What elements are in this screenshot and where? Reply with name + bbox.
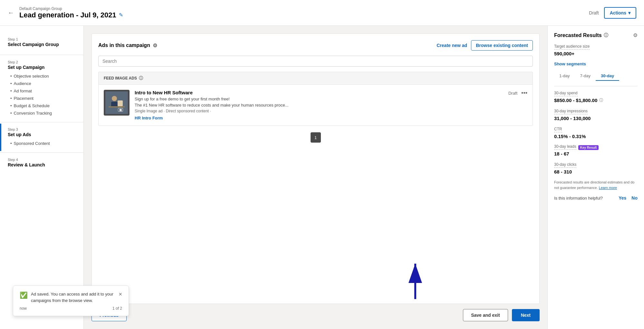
toast-footer: now 1 of 2 — [20, 306, 122, 311]
forecasted-note: Forecasted results are directional estim… — [554, 180, 638, 190]
clicks-metric: 30-day clicks 68 - 310 — [554, 162, 638, 174]
step4-label: Step 4 — [8, 158, 76, 162]
ad-more-button[interactable]: ••• — [521, 90, 527, 97]
actions-button[interactable]: Actions ▾ — [604, 7, 636, 19]
feed-image-ads-label: FEED IMAGE ADS — [104, 76, 137, 80]
ads-panel-header: Ads in this campaign ⚙ Create new ad Bro… — [98, 40, 533, 51]
back-icon: ← — [8, 9, 14, 16]
step1-title: Select Campaign Group — [8, 42, 76, 47]
forecasted-title: Forecasted Results ⓘ — [554, 33, 608, 38]
ad-thumbnail-image: ⬜ — [105, 91, 128, 114]
step2-item-conversion[interactable]: Conversion Tracking — [10, 109, 76, 117]
header-titles: Default Campaign Group Lead generation -… — [19, 6, 123, 19]
help-icon[interactable]: ⓘ — [139, 75, 143, 81]
helpful-buttons: Yes No — [619, 195, 638, 201]
step2-item-audience[interactable]: Audience — [10, 80, 76, 87]
impressions-value: 31,000 - 130,000 — [554, 116, 638, 121]
ad-item: ⬜ Intro to New HR Software Sign up for a… — [98, 84, 533, 126]
campaign-name: Lead generation - Jul 9, 2021 — [19, 11, 116, 19]
clicks-value: 68 - 310 — [554, 169, 638, 174]
header-left: ← Default Campaign Group Lead generation… — [8, 6, 123, 19]
edit-icon[interactable]: ✎ — [119, 12, 123, 18]
save-exit-button[interactable]: Save and exit — [463, 309, 508, 321]
next-button[interactable]: Next — [512, 309, 540, 321]
spend-metric: 30-day spend $850.00 - $1,800.00 ⓘ — [554, 90, 638, 103]
toast-content: Ad saved. You can access and add it to y… — [31, 291, 115, 304]
ad-form-link[interactable]: HR Intro Form — [135, 116, 163, 120]
right-actions: Save and exit Next — [463, 309, 540, 321]
step2-item-placement[interactable]: Placement — [10, 95, 76, 102]
ctr-metric: CTR 0.15% - 0.31% — [554, 126, 638, 139]
helpful-question: Is this information helpful? — [554, 196, 603, 201]
toast-timestamp: now — [20, 306, 27, 311]
leads-value: 18 - 67 — [554, 151, 638, 156]
step2-item-objective[interactable]: Objective selection — [10, 72, 76, 80]
target-audience-metric: Target audience size 590,000+ — [554, 43, 638, 56]
ad-description: Sign up for a free demo to get your firs… — [135, 97, 503, 101]
helpful-row: Is this information helpful? Yes No — [554, 195, 638, 201]
forecasted-note-text: Forecasted results are directional estim… — [554, 180, 634, 190]
campaign-group-label: Default Campaign Group — [19, 6, 123, 11]
step2-items: Objective selection Audience Ad format P… — [10, 72, 76, 117]
browse-existing-button[interactable]: Browse existing content — [471, 40, 533, 51]
leads-metric: 30-day leads Key Result 18 - 67 — [554, 144, 638, 156]
ad-status-area: Draft ••• — [508, 90, 527, 97]
spend-label: 30-day spend — [554, 91, 578, 96]
ads-panel-title: Ads in this campaign ⚙ — [98, 42, 157, 49]
back-button[interactable]: ← — [8, 9, 14, 16]
step2-item-budget[interactable]: Budget & Schedule — [10, 102, 76, 109]
page-1-button[interactable]: 1 — [311, 132, 321, 143]
header-title-row: Lead generation - Jul 9, 2021 ✎ — [19, 11, 123, 19]
day-tabs: 1-day 7-day 30-day — [554, 71, 638, 81]
impressions-label: 30-day impressions — [554, 109, 588, 114]
ad-content: Intro to New HR Software Sign up for a f… — [135, 90, 503, 120]
content-area: Ads in this campaign ⚙ Create new ad Bro… — [84, 26, 547, 329]
spend-info-icon[interactable]: ⓘ — [599, 98, 603, 103]
clicks-label: 30-day clicks — [554, 162, 576, 168]
ctr-label: CTR — [554, 127, 562, 132]
step4-title: Review & Launch — [8, 162, 76, 167]
leads-label: 30-day leads — [554, 144, 576, 150]
toast-notification: ✅ Ad saved. You can access and add it to… — [13, 286, 129, 316]
svg-rect-4 — [118, 100, 123, 106]
tab-30-day[interactable]: 30-day — [596, 71, 619, 81]
show-segments-button[interactable]: Show segments — [554, 61, 586, 66]
tab-7-day[interactable]: 7-day — [575, 71, 596, 81]
step2-item-adformat[interactable]: Ad format — [10, 87, 76, 95]
toast-message: Ad saved. You can access and add it to y… — [31, 291, 115, 304]
step3-label: Step 3 — [8, 127, 76, 131]
bottom-actions: Previous Save and exit Next — [91, 309, 540, 321]
settings-icon[interactable]: ⚙ — [153, 42, 157, 49]
svg-point-1 — [112, 96, 117, 101]
step3-items: Sponsored Content — [10, 140, 76, 147]
ad-thumbnail: ⬜ — [104, 90, 130, 116]
step1-section: Step 1 Select Campaign Group — [0, 33, 83, 53]
search-input[interactable] — [98, 56, 533, 67]
step3-item-sponsored[interactable]: Sponsored Content — [10, 140, 76, 147]
chevron-down-icon: ▾ — [628, 10, 630, 15]
leads-label-row: 30-day leads Key Result — [554, 144, 638, 151]
helpful-no-button[interactable]: No — [631, 195, 638, 201]
toast-close-button[interactable]: × — [119, 291, 122, 298]
helpful-yes-button[interactable]: Yes — [619, 195, 626, 201]
forecasted-panel: Forecasted Results ⓘ ⚙ Target audience s… — [547, 26, 644, 329]
ad-description2: The #1 New HR software to reduce costs a… — [135, 103, 503, 108]
forecasted-header: Forecasted Results ⓘ ⚙ — [554, 32, 638, 38]
step3-title: Set up Ads — [8, 132, 76, 137]
impressions-metric: 30-day impressions 31,000 - 130,000 — [554, 108, 638, 121]
ads-panel: Ads in this campaign ⚙ Create new ad Bro… — [91, 33, 540, 304]
forecasted-info-icon[interactable]: ⓘ — [604, 33, 608, 38]
actions-label: Actions — [610, 10, 626, 15]
create-new-ad-button[interactable]: Create new ad — [437, 43, 467, 48]
step3-section: Step 3 Set up Ads Sponsored Content — [0, 124, 83, 151]
ad-title: Intro to New HR Software — [135, 90, 503, 95]
forecasted-settings-icon[interactable]: ⚙ — [633, 32, 638, 38]
learn-more-link[interactable]: Learn more — [599, 186, 617, 190]
ads-panel-actions: Create new ad Browse existing content — [437, 40, 533, 51]
svg-text:⬜: ⬜ — [119, 108, 122, 111]
step2-label: Step 2 — [8, 60, 76, 64]
draft-status: Draft — [589, 10, 599, 15]
tab-1-day[interactable]: 1-day — [554, 71, 575, 81]
spend-value: $850.00 - $1,800.00 — [554, 98, 597, 103]
key-result-badge: Key Result — [578, 145, 599, 150]
